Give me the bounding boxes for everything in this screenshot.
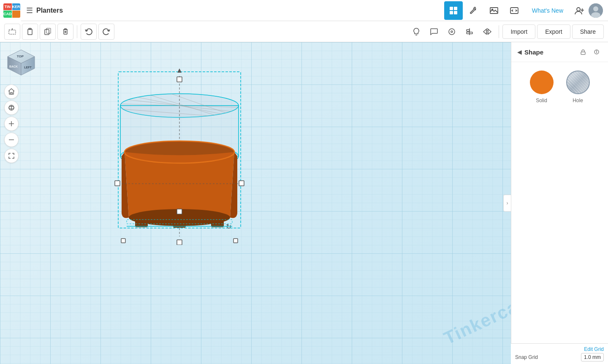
whats-new-button[interactable]: What's New <box>525 3 570 18</box>
hole-label: Hole <box>573 98 583 103</box>
svg-marker-34 <box>177 68 182 73</box>
svg-text:BACK: BACK <box>9 65 18 68</box>
project-name-area: ☰ Planters <box>21 6 444 15</box>
logo[interactable]: TIN KER CAD <box>0 0 21 21</box>
svg-point-81 <box>597 51 597 51</box>
solid-option[interactable]: Solid <box>530 71 554 103</box>
left-controls: TOP BACK LEFT <box>4 46 38 163</box>
toolbar-right: Import Export Share <box>408 24 604 40</box>
collapse-handle[interactable]: › <box>503 195 511 212</box>
svg-rect-52 <box>173 222 186 228</box>
svg-rect-20 <box>64 30 67 34</box>
share-button[interactable]: Share <box>572 24 604 39</box>
svg-rect-58 <box>121 239 125 243</box>
right-panel-header: ◀ Shape <box>511 42 608 62</box>
svg-rect-61 <box>177 209 182 214</box>
align-button[interactable] <box>461 24 478 40</box>
svg-rect-1 <box>454 7 457 10</box>
orbit-button[interactable] <box>4 101 19 115</box>
duplicate-button[interactable] <box>40 24 56 40</box>
logo-bl: CAD <box>3 11 12 18</box>
snap-grid-row: Snap Grid 1.0 mm <box>515 353 604 361</box>
ruler-button[interactable] <box>444 24 460 40</box>
svg-rect-19 <box>46 28 51 33</box>
new-workplane-button[interactable] <box>4 24 20 40</box>
fit-all-button[interactable] <box>4 149 19 163</box>
model-container: ↻ <box>106 68 253 245</box>
zoom-in-button[interactable] <box>4 117 19 131</box>
snap-grid-value[interactable]: 1.0 mm <box>581 353 604 361</box>
add-user-button[interactable] <box>572 3 587 18</box>
lightbulb-button[interactable] <box>408 24 424 40</box>
hole-option[interactable]: Hole <box>566 71 590 103</box>
svg-rect-78 <box>581 52 585 54</box>
svg-rect-55 <box>177 77 182 82</box>
svg-rect-59 <box>177 240 182 245</box>
comment-button[interactable] <box>426 24 442 40</box>
zoom-out-button[interactable] <box>4 133 19 147</box>
svg-text:TOP: TOP <box>17 54 24 58</box>
delete-button[interactable] <box>57 24 73 40</box>
export-button[interactable]: Export <box>537 24 570 39</box>
panel-lock-button[interactable] <box>578 46 589 57</box>
snap-grid-label: Snap Grid <box>515 354 538 360</box>
panel-title-area: ◀ Shape <box>517 49 543 56</box>
svg-point-12 <box>593 6 598 11</box>
toolbar-divider <box>77 25 77 38</box>
panel-title: Shape <box>524 49 543 56</box>
svg-point-25 <box>451 31 453 33</box>
svg-point-24 <box>449 29 455 35</box>
svg-rect-14 <box>9 30 16 34</box>
redo-button[interactable] <box>98 24 114 40</box>
panel-info-button[interactable] <box>591 46 602 57</box>
svg-rect-0 <box>450 7 453 10</box>
panel-collapse-icon[interactable]: ◀ <box>517 49 522 55</box>
undo-button[interactable] <box>81 24 97 40</box>
grid-view-button[interactable] <box>444 1 463 20</box>
svg-rect-27 <box>467 30 470 31</box>
svg-rect-18 <box>45 30 49 35</box>
toolbar: Import Export Share <box>0 21 608 42</box>
svg-rect-71 <box>11 92 12 94</box>
svg-rect-2 <box>450 11 453 14</box>
svg-rect-16 <box>28 29 32 35</box>
logo-tl: TIN <box>3 3 12 11</box>
gallery-button[interactable] <box>485 1 503 20</box>
shape-options: Solid Hole <box>511 62 608 112</box>
paste-button[interactable] <box>22 24 38 40</box>
solid-circle <box>530 71 554 94</box>
svg-rect-56 <box>115 181 120 186</box>
hole-circle <box>566 71 590 94</box>
view-cube[interactable]: TOP BACK LEFT <box>4 46 38 80</box>
right-panel: ◀ Shape <box>511 42 608 364</box>
mirror-button[interactable] <box>479 24 495 40</box>
nav-controls <box>4 84 38 163</box>
logo-br <box>12 11 20 18</box>
toolbar-right-divider <box>499 25 499 38</box>
solid-label: Solid <box>536 98 547 103</box>
status-bar: Edit Grid Snap Grid 1.0 mm <box>511 343 608 364</box>
home-view-button[interactable] <box>4 84 19 99</box>
avatar[interactable] <box>589 3 603 18</box>
svg-rect-57 <box>239 181 244 186</box>
svg-rect-60 <box>233 239 238 243</box>
top-navigation: TIN KER CAD ☰ Planters <box>0 0 608 21</box>
panel-title-icons <box>578 46 602 57</box>
svg-text:LEFT: LEFT <box>24 66 32 69</box>
project-title: Planters <box>36 7 63 14</box>
svg-point-48 <box>125 141 234 163</box>
svg-point-6 <box>491 9 493 10</box>
svg-point-8 <box>577 8 580 11</box>
logo-tr: KER <box>12 3 20 11</box>
edit-grid-link[interactable]: Edit Grid <box>515 346 604 352</box>
import-button[interactable]: Import <box>502 24 535 39</box>
top-right-nav: What's New <box>444 1 608 20</box>
tools-button[interactable] <box>464 1 483 20</box>
svg-rect-3 <box>454 11 457 14</box>
main-area: Tinkercad <box>0 42 608 364</box>
codeblocks-button[interactable] <box>505 1 524 20</box>
hamburger-icon[interactable]: ☰ <box>26 6 33 15</box>
